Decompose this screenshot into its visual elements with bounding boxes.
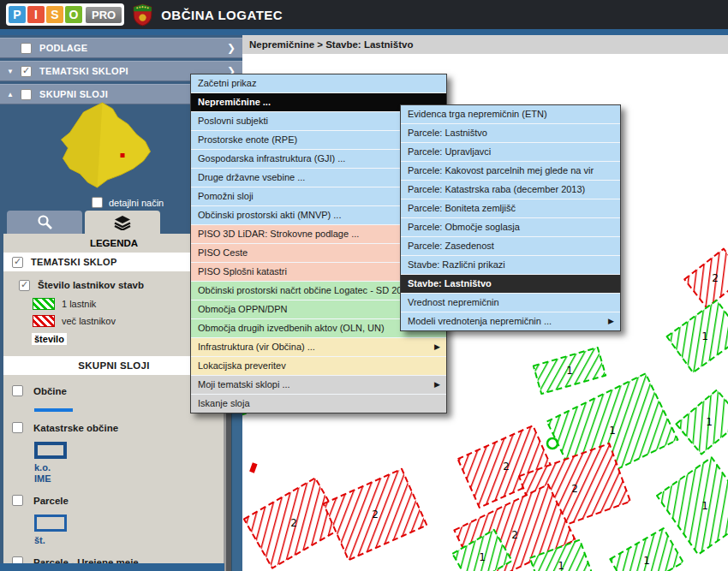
overview-map[interactable] [34,100,184,199]
menu-item[interactable]: Lokacijska preveritev [191,357,446,376]
tematski-sklopi-checkbox[interactable] [21,66,32,77]
submenu-item[interactable]: Parcele: Boniteta zemljišč [401,199,620,218]
legend-item-label: 1 lastnik [62,299,96,309]
submenu-item-label: Parcele: Katastrska raba (december 2013) [408,184,585,194]
menu-item-label: Območja OPPN/DPN [198,304,288,314]
submenu-item-label: Vrednost nepremičnin [408,297,499,307]
skupni-sloji-checkbox[interactable] [21,89,32,100]
tematski-sklop-label: TEMATSKI SKLOP [31,257,117,267]
submenu-item[interactable]: Parcele: Katastrska raba (december 2013) [401,181,620,199]
layer-label: Občine [33,386,67,396]
submenu-item-label: Parcele: Lastništvo [408,128,487,138]
header-divider [0,29,728,35]
menu-item-label: Občinski prostorski načrt občine Logatec… [198,285,402,295]
menu-item-label: Občinski prostorski akti (MNVP) ... [198,210,341,220]
menu-item-label: Pomožni sloji [198,191,254,201]
submenu-arrow-icon: ▶ [434,376,440,394]
menu-item-label: PISO Ceste [198,247,248,258]
submenu-item[interactable]: Parcele: Kakovost parcelnih mej glede na… [401,162,620,181]
layer-row-katastrske-obcine: Katastrske občine [3,422,224,433]
building-owner-count-label: 1 [479,551,486,563]
building-polygon-red[interactable] [684,249,728,308]
building-owner-count-label: 1 [643,555,650,567]
submenu-item[interactable]: Parcele: Upravljavci [401,143,620,162]
sidebar-bottom-bar [0,563,224,571]
building-polygon-green[interactable] [667,300,728,372]
menu-item-label: Lokacijska preveritev [198,360,286,371]
tab-layers[interactable] [85,211,160,234]
submenu-item[interactable]: Modeli vrednotenja nepremičnin ...▶ [401,312,620,330]
tematski-sklop-checkbox[interactable] [12,257,23,268]
nepremicnine-submenu: Evidenca trga nepremičnin (ETN) Parcele:… [400,104,621,331]
menu-item-label: Iskanje sloja [198,398,250,408]
stevilo-lastnikov-checkbox[interactable] [19,280,30,291]
logo-pro-badge: PRO [86,7,122,23]
podlage-checkbox[interactable] [21,43,32,54]
breadcrumb: Nepremičnine > Stavbe: Lastništvo [242,35,728,54]
submenu-item-label: Stavbe: Lastništvo [408,278,492,288]
katastrske-sub-label: k.o. IME [34,462,224,485]
menu-item[interactable]: Moji tematski sklopi ...▶ [191,376,446,395]
submenu-item-label: Parcele: Kakovost parcelnih mej glede na… [408,165,594,175]
submenu-item[interactable]: Evidenca trga nepremičnin (ETN) [401,105,620,124]
chevron-right-icon[interactable]: ❯ [227,42,236,54]
menu-item-label: Nepremičnine ... [198,97,271,107]
submenu-item[interactable]: Parcele: Zasedenost [401,237,620,256]
building-owner-count-label: 1 [566,365,573,377]
submenu-item[interactable]: Vrednost nepremičnin [401,294,620,312]
triangle-up-icon[interactable]: ▲ [7,91,21,98]
menu-item-label: Poslovni subjekti [198,116,268,126]
green-hatch-swatch [33,298,55,310]
building-owner-count-label: 1 [609,425,616,437]
group-label: Število lastnikov stavb [38,280,144,290]
submenu-item-label: Stavbe: Različni prikazi [408,259,505,270]
menu-item[interactable]: Iskanje sloja [191,395,446,413]
menu-item-label: Začetni prikaz [198,78,256,88]
submenu-item[interactable]: Parcele: Lastništvo [401,124,620,143]
submenu-arrow-icon: ▶ [608,312,614,330]
layer-row-parcele: Parcele [3,495,224,506]
overview-marker [121,153,125,158]
submenu-item-label: Modeli vrednotenja nepremičnin ... [408,316,552,326]
menu-item-label: Moji tematski sklopi ... [198,379,290,390]
menu-item-label: Prostorske enote (RPE) [198,134,297,145]
menu-item[interactable]: Začetni prikaz [191,74,446,93]
app-header: P I S O PRO OBČINA LOGATEC [0,0,728,29]
building-polygon-green[interactable] [676,390,728,454]
triangle-down-icon[interactable]: ▼ [7,68,21,75]
building-owner-count-label: 1 [701,500,708,512]
submenu-item[interactable]: Stavbe: Različni prikazi [401,256,620,275]
menu-item-label: Druge državne vsebine ... [198,172,305,182]
katastrske-rect-swatch [34,442,67,459]
building-owner-count-label: 1 [701,330,708,342]
tab-search[interactable] [7,211,82,234]
katastrske-obcine-checkbox[interactable] [12,422,23,433]
submenu-arrow-icon: ▶ [434,338,440,356]
menu-item-label: PISO Splošni katastri [198,266,287,277]
detajlni-nacin-checkbox[interactable] [92,197,103,208]
menu-item[interactable]: Infrastruktura (vir Občina) ...▶ [191,338,446,357]
map-circle-marker [547,438,558,449]
municipality-title: OBČINA LOGATEC [161,8,283,22]
panel-header-podlage[interactable]: PODLAGE ❯ [0,38,242,58]
red-hatch-swatch [33,315,55,327]
layers-icon [114,215,131,230]
layer-label: Katastrske občine [33,423,118,433]
search-icon [37,214,53,230]
legend-item-label: več lastnikov [62,316,116,326]
submenu-item[interactable]: Parcele: Območje soglasja [401,218,620,237]
building-owner-count-label: 2 [290,517,297,529]
piso-logo[interactable]: P I S O PRO [6,3,124,26]
building-owner-count-label: 2 [372,509,379,520]
obcine-checkbox[interactable] [12,385,23,396]
building-owner-count-label: 1 [706,416,713,428]
submenu-item-label: Parcele: Upravljavci [408,146,491,157]
submenu-item-label: Evidenca trga nepremičnin (ETN) [408,109,547,119]
submenu-item-stavbe-lastnistvo[interactable]: Stavbe: Lastništvo [401,275,620,294]
building-owner-count-label: 2 [712,272,719,284]
logo-letter: P [9,6,26,23]
parcele-checkbox[interactable] [12,495,23,506]
building-owner-count-label: 1 [558,560,564,571]
menu-item-label: PISO 3D LiDAR: Strokovne podlage ... [198,229,359,239]
coat-of-arms-icon [133,3,152,27]
